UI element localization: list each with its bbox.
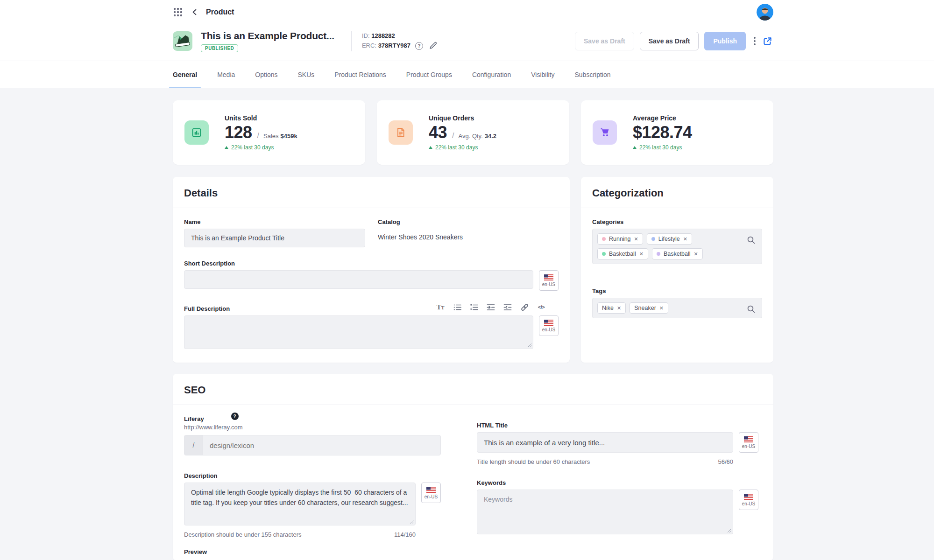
- stat-card-units-sold: Units Sold 128 / Sales$459k 22% last 30 …: [173, 100, 365, 165]
- us-flag-icon: [544, 320, 553, 326]
- erc-help-icon[interactable]: ?: [415, 42, 423, 50]
- publish-button[interactable]: Publish: [704, 32, 746, 50]
- tab-visibility[interactable]: Visibility: [531, 61, 554, 88]
- code-icon[interactable]: </>: [535, 302, 547, 312]
- stat-card-average-price: Average Price $128.74 22% last 30 days: [581, 100, 773, 165]
- site-url: http://www.liferay.com: [184, 424, 441, 431]
- categories-selector[interactable]: Running ✕ Lifestyle ✕ Basketball ✕: [592, 229, 762, 264]
- stat-subvalue: Sales$459k: [263, 133, 297, 140]
- search-icon[interactable]: [747, 236, 756, 246]
- tab-options[interactable]: Options: [255, 61, 277, 88]
- tab-subscription[interactable]: Subscription: [575, 61, 611, 88]
- tab-general[interactable]: General: [173, 61, 197, 88]
- external-link-icon[interactable]: [762, 35, 773, 47]
- tab-product-relations[interactable]: Product Relations: [334, 61, 386, 88]
- tag-chip: Sneaker ✕: [630, 302, 668, 314]
- stat-delta: 22% last 30 days: [429, 144, 496, 151]
- locale-flag-button[interactable]: en-US: [421, 483, 441, 503]
- tab-skus[interactable]: SKUs: [298, 61, 315, 88]
- seo-panel: SEO Liferay ? http://www.liferay.com / D…: [173, 374, 773, 560]
- keywords-textarea[interactable]: [477, 490, 733, 534]
- category-color-dot: [657, 252, 660, 256]
- remove-chip-icon[interactable]: ✕: [659, 306, 664, 311]
- stat-value: 128: [225, 123, 252, 142]
- keywords-label: Keywords: [477, 479, 758, 486]
- indent-icon[interactable]: [485, 302, 497, 312]
- id-label: ID:: [362, 32, 370, 39]
- app-grid-icon[interactable]: [173, 7, 184, 18]
- more-options-kebab-icon[interactable]: [752, 35, 757, 47]
- tab-media[interactable]: Media: [217, 61, 235, 88]
- ordered-list-icon[interactable]: [468, 302, 480, 312]
- full-description-textarea[interactable]: [184, 315, 533, 349]
- stat-delta: 22% last 30 days: [633, 144, 692, 151]
- name-label: Name: [184, 218, 365, 225]
- unordered-list-icon[interactable]: [451, 302, 463, 312]
- delta-up-icon: [225, 146, 228, 149]
- remove-chip-icon[interactable]: ✕: [639, 252, 644, 257]
- us-flag-icon: [744, 494, 753, 500]
- category-chip: Running ✕: [597, 233, 643, 245]
- rich-text-toolbar: TT: [434, 302, 547, 312]
- remove-chip-icon[interactable]: ✕: [617, 306, 621, 311]
- tab-product-groups[interactable]: Product Groups: [406, 61, 452, 88]
- description-label: Description: [184, 472, 441, 479]
- id-value: 1288282: [371, 32, 395, 39]
- html-title-char-count: 56/60: [718, 458, 733, 465]
- html-title-label: HTML Title: [477, 422, 758, 429]
- remove-chip-icon[interactable]: ✕: [694, 252, 698, 257]
- remove-chip-icon[interactable]: ✕: [683, 237, 687, 242]
- edit-pencil-icon[interactable]: [428, 41, 438, 51]
- save-as-draft-button[interactable]: Save as Draft: [640, 32, 699, 50]
- html-title-helper-text: Title length should be under 60 characte…: [477, 458, 590, 465]
- tags-label: Tags: [592, 287, 762, 294]
- locale-flag-button[interactable]: en-US: [739, 490, 758, 510]
- page-body: Units Sold 128 / Sales$459k 22% last 30 …: [0, 88, 934, 560]
- outdent-icon[interactable]: [502, 302, 514, 312]
- tab-configuration[interactable]: Configuration: [472, 61, 511, 88]
- delta-up-icon: [429, 146, 432, 149]
- details-panel: Details Name Catalog Winter Shoes 2020 S…: [173, 177, 570, 363]
- stat-subvalue: Avg. Qty.34.2: [459, 133, 497, 140]
- stats-row: Units Sold 128 / Sales$459k 22% last 30 …: [173, 100, 773, 165]
- app-header: Product This is an: [0, 0, 934, 61]
- short-description-input[interactable]: [184, 270, 533, 289]
- category-color-dot: [651, 237, 655, 241]
- product-title: This is an Example Product...: [201, 30, 334, 42]
- category-chip: Basketball ✕: [597, 248, 648, 259]
- back-chevron-icon[interactable]: [190, 7, 199, 17]
- us-flag-icon: [426, 487, 436, 493]
- category-chip: Lifestyle ✕: [647, 233, 692, 245]
- short-description-label: Short Description: [184, 260, 559, 267]
- remove-chip-icon[interactable]: ✕: [634, 237, 638, 242]
- search-icon[interactable]: [747, 305, 756, 315]
- seo-description-textarea[interactable]: Optimal title length Google typically di…: [184, 483, 416, 525]
- locale-flag-button[interactable]: en-US: [539, 315, 559, 336]
- user-avatar[interactable]: [757, 4, 773, 21]
- erc-label: ERC:: [362, 42, 376, 49]
- html-title-input[interactable]: [477, 432, 733, 453]
- description-helper-text: Description should be under 155 characte…: [184, 531, 301, 538]
- locale-flag-button[interactable]: en-US: [739, 432, 758, 453]
- text-format-icon[interactable]: TT: [434, 302, 446, 312]
- stat-card-unique-orders: Unique Orders 43 / Avg. Qty.34.2 22% las…: [377, 100, 569, 165]
- tags-selector[interactable]: Nike ✕ Sneaker ✕: [592, 298, 762, 318]
- friendly-url-field: /: [184, 435, 441, 455]
- help-icon[interactable]: ?: [231, 413, 239, 420]
- link-icon[interactable]: [518, 302, 531, 312]
- catalog-value: Winter Shoes 2020 Sneakers: [378, 229, 559, 241]
- categorization-title: Categorization: [592, 187, 762, 199]
- category-chip: Basketball ✕: [652, 248, 703, 259]
- name-input[interactable]: [184, 229, 365, 247]
- full-description-label: Full Description: [184, 305, 230, 312]
- stat-label: Average Price: [633, 114, 692, 122]
- friendly-url-input[interactable]: [203, 435, 440, 455]
- tag-chip: Nike ✕: [597, 302, 626, 314]
- categorization-panel: Categorization Categories Running ✕ Life…: [581, 177, 773, 363]
- locale-flag-button[interactable]: en-US: [539, 270, 559, 291]
- bar-chart-icon: [184, 120, 209, 145]
- document-icon: [389, 120, 413, 145]
- seo-title: SEO: [184, 384, 762, 396]
- tab-strip: General Media Options SKUs Product Relat…: [0, 61, 934, 88]
- stat-value: $128.74: [633, 123, 692, 142]
